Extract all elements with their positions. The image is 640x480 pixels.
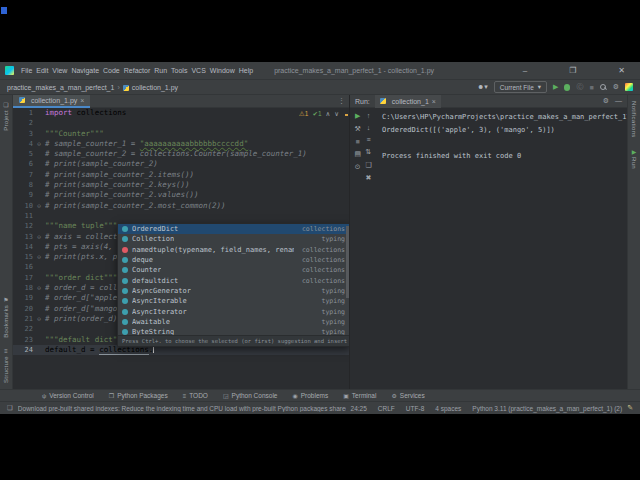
code-line-5[interactable]: 5# sample_counter_2 = collections.Counte… <box>13 149 349 159</box>
fold-marker-icon[interactable]: ⊖ <box>35 201 43 211</box>
completion-item[interactable]: Collectiontyping <box>118 234 349 244</box>
completion-item[interactable]: defaultdictcollections <box>118 275 349 285</box>
code-text: # print(sample_counter_2.most_common(2)) <box>43 201 226 211</box>
rerun-icon[interactable]: ▶ <box>355 112 360 120</box>
menu-tools[interactable]: Tools <box>169 67 189 74</box>
debug-button[interactable] <box>564 84 570 91</box>
status-widget[interactable]: 4 spaces <box>435 405 461 412</box>
toolwindow-python-packages[interactable]: ❒Python Packages <box>109 392 168 399</box>
tab-close-icon[interactable]: × <box>80 97 84 104</box>
status-widget[interactable]: UTF-8 <box>406 405 424 412</box>
maximize-button[interactable]: ❐ <box>569 66 576 75</box>
stripe-item-run[interactable]: ▶Run <box>631 148 637 169</box>
stop-icon[interactable]: ■ <box>356 138 360 145</box>
up-stack-icon[interactable]: ↑ <box>367 112 371 119</box>
toolwindow-todo[interactable]: ≡TODO <box>183 392 208 399</box>
down-stack-icon[interactable]: ↓ <box>367 124 371 131</box>
menu-window[interactable]: Window <box>208 67 237 74</box>
menu-file[interactable]: File <box>19 67 34 74</box>
inspections-widget[interactable]: ⚠1 ✔1 ∧ ∨ <box>299 110 339 118</box>
profile-icon[interactable]: ☻▾ <box>477 83 488 91</box>
clear-icon[interactable]: ✖ <box>366 174 372 182</box>
menu-help[interactable]: Help <box>237 67 255 74</box>
scroll-end-icon[interactable]: ⇅ <box>366 148 372 156</box>
stripe-item-structure[interactable]: ≡Structure <box>3 348 9 383</box>
warning-stripe-mark[interactable] <box>345 114 348 116</box>
run-settings-icon[interactable]: ⚙ <box>603 97 609 105</box>
editor-tab[interactable]: collection_1.py × <box>13 95 90 108</box>
build-icon[interactable]: ⚒ <box>355 125 361 133</box>
run-console-output[interactable]: C:\Users\HP\PycharmProjects\practice_mak… <box>376 108 627 389</box>
completion-item[interactable]: AsyncIteratortyping <box>118 306 349 316</box>
stripe-item-project[interactable]: ❏Project <box>3 101 9 131</box>
run-config-select[interactable]: Current File▾ <box>494 81 547 93</box>
code-line-11[interactable]: 11 <box>13 211 349 221</box>
completion-item[interactable]: namedtuple(typename, field_names, rename… <box>118 245 349 255</box>
completion-item[interactable]: AsyncIterabletyping <box>118 296 349 306</box>
popup-scrollbar[interactable] <box>346 226 349 298</box>
menu-refactor[interactable]: Refactor <box>122 67 152 74</box>
fold-marker-icon[interactable]: ⊖ <box>35 232 43 242</box>
menu-view[interactable]: View <box>50 67 69 74</box>
status-widget[interactable]: CRLF <box>378 405 395 412</box>
soft-wrap-icon[interactable]: ≡ <box>366 136 370 143</box>
status-message[interactable]: Download pre-built shared indexes: Reduc… <box>18 405 346 412</box>
toolwindow-terminal[interactable]: ▣Terminal <box>343 392 376 399</box>
completion-item[interactable]: Awaitabletyping <box>118 317 349 327</box>
toolwindow-version-control[interactable]: ψVersion Control <box>42 392 94 399</box>
lock-icon[interactable]: ✎ <box>627 404 633 412</box>
status-widget[interactable]: Python 3.11 (practice_makes_a_man_perfec… <box>472 405 622 412</box>
completion-item[interactable]: ByteStringtyping <box>118 327 349 335</box>
code-line-7[interactable]: 7# print(sample_counter_2.items()) <box>13 170 349 180</box>
tab-options-icon[interactable]: ⋮ <box>338 97 345 105</box>
stripe-item-bookmarks[interactable]: ⚑Bookmarks <box>3 296 9 338</box>
code-line-10[interactable]: 10⊖# print(sample_counter_2.most_common(… <box>13 201 349 211</box>
run-button[interactable]: ▶ <box>553 83 558 91</box>
next-problem-icon[interactable]: ∨ <box>334 110 339 118</box>
code-line-2[interactable]: 2 <box>13 118 349 128</box>
completion-item[interactable]: AsyncGeneratortyping <box>118 286 349 296</box>
breadcrumb-project[interactable]: practice_makes_a_man_perfect_1 <box>7 84 114 91</box>
completion-item[interactable]: dequecollections <box>118 255 349 265</box>
menu-code[interactable]: Code <box>101 67 122 74</box>
toolwindow-services[interactable]: ⚙Services <box>391 392 424 399</box>
fold-marker-icon[interactable]: ⊖ <box>35 283 43 293</box>
line-number: 8 <box>13 180 35 190</box>
pin-icon[interactable]: ⊙ <box>355 163 361 171</box>
settings-icon[interactable]: ⚙ <box>613 83 619 91</box>
code-line-3[interactable]: 3"""Counter""" <box>13 129 349 139</box>
fold-spacer <box>35 118 43 128</box>
stop-button[interactable]: ■ <box>589 84 593 91</box>
code-line-8[interactable]: 8# print(sample_counter_2.keys()) <box>13 180 349 190</box>
code-line-9[interactable]: 9# print(sample_counter_2.values()) <box>13 190 349 200</box>
toolwindow-problems[interactable]: ◉Problems <box>292 392 328 399</box>
menu-run[interactable]: Run <box>152 67 169 74</box>
menu-edit[interactable]: Edit <box>34 67 50 74</box>
stripe-item-notifications[interactable]: Notifications <box>631 101 637 138</box>
menu-navigate[interactable]: Navigate <box>69 67 101 74</box>
fold-marker-icon[interactable]: ⊖ <box>35 314 43 324</box>
coverage-button[interactable]: Ⓒ <box>576 82 583 92</box>
prev-problem-icon[interactable]: ∧ <box>326 110 331 118</box>
completion-item[interactable]: OrderedDictcollections <box>118 224 349 234</box>
code-editor[interactable]: 1import collections23"""Counter"""4⊖# sa… <box>13 108 349 389</box>
breadcrumb-file[interactable]: collection_1.py <box>123 84 178 91</box>
menu-vcs[interactable]: VCS <box>189 67 207 74</box>
completion-item[interactable]: Countercollections <box>118 265 349 275</box>
code-line-4[interactable]: 4⊖# sample_counter_1 = "aaaaaaaaaabbbbbb… <box>13 139 349 149</box>
code-line-6[interactable]: 6# print(sample_counter_2) <box>13 159 349 169</box>
status-widget[interactable]: 24:25 <box>351 405 367 412</box>
plugin-icon[interactable] <box>625 83 633 91</box>
print-icon[interactable]: ❑ <box>365 161 371 169</box>
minimize-button[interactable]: – <box>523 66 527 75</box>
hide-tool-window-icon[interactable]: — <box>615 97 622 105</box>
run-tab[interactable]: collection_1 × <box>375 95 441 108</box>
close-button[interactable]: ✕ <box>618 66 625 75</box>
tool-window-switcher-icon[interactable]: ❏ <box>7 404 13 412</box>
fold-marker-icon[interactable]: ⊖ <box>35 252 43 262</box>
run-tab-close-icon[interactable]: × <box>432 98 436 105</box>
restore-layout-icon[interactable]: ▤ <box>354 150 361 158</box>
search-icon[interactable] <box>600 84 607 91</box>
fold-marker-icon[interactable]: ⊖ <box>35 139 43 149</box>
toolwindow-python-console[interactable]: ◲Python Console <box>223 392 278 399</box>
